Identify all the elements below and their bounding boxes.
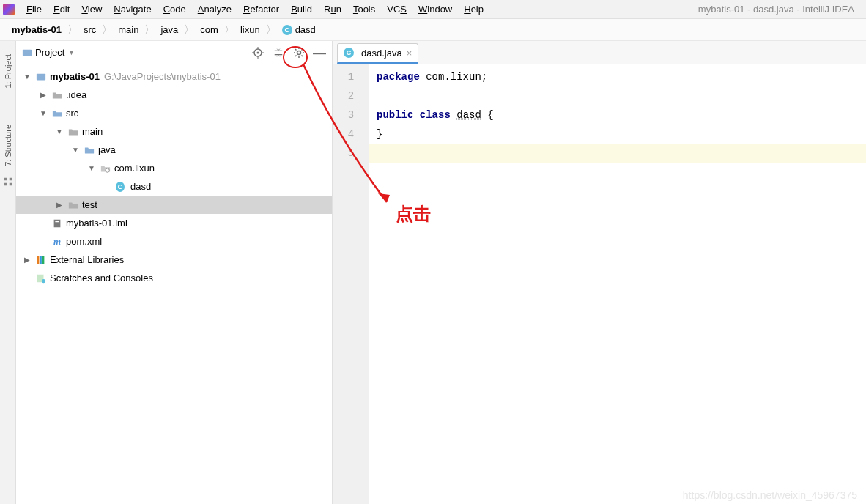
scratch-icon [35, 273, 47, 284]
tree-label: dasd [130, 181, 151, 192]
menu-tools[interactable]: Tools [347, 1, 381, 17]
side-tab-project[interactable]: 1: Project [2, 47, 14, 95]
tree-item-com-lixun[interactable]: ▼com.lixun [16, 159, 332, 177]
collapse-icon[interactable] [272, 46, 285, 59]
hide-icon[interactable]: — [313, 46, 326, 59]
tree-item-External-Libraries[interactable]: ▶External Libraries [16, 251, 332, 269]
project-scope-icon [22, 48, 32, 58]
menu-navigate[interactable]: Navigate [108, 1, 157, 17]
project-panel: Project ▼ — ▼mybatis-01G:\JavaProjects\m… [16, 41, 333, 504]
code-line[interactable]: } [377, 125, 859, 144]
tree-label: main [82, 126, 103, 137]
tree-label: java [98, 144, 116, 155]
breadcrumb-main[interactable]: main [114, 23, 143, 37]
code-line[interactable]: package com.lixun; [377, 67, 859, 86]
svg-line-18 [295, 49, 297, 51]
tree-arrow-icon[interactable]: ▼ [54, 127, 64, 136]
locate-icon[interactable] [251, 46, 264, 59]
folder-icon [67, 199, 79, 211]
code-line[interactable]: public class dasd { [377, 105, 859, 125]
tree-item-java[interactable]: ▼java [16, 141, 332, 159]
tree-arrow-icon[interactable]: ▶ [22, 256, 32, 264]
chevron-right-icon: 〉 [66, 23, 79, 37]
breadcrumb-lixun[interactable]: lixun [236, 23, 264, 37]
breadcrumb-mybatis-01[interactable]: mybatis-01 [7, 23, 66, 37]
tree-label: test [82, 199, 97, 210]
menu-view[interactable]: View [75, 1, 108, 17]
breadcrumb-src[interactable]: src [79, 23, 100, 37]
line-number: 1 [333, 67, 369, 86]
menu-help[interactable]: Help [458, 1, 489, 17]
svg-rect-28 [42, 256, 45, 264]
svg-rect-4 [23, 49, 32, 56]
line-gutter: 12345 [333, 64, 369, 504]
line-number: 2 [333, 86, 369, 105]
menu-build[interactable]: Build [285, 1, 318, 17]
tree-arrow-icon[interactable]: ▼ [86, 164, 97, 172]
side-tab-structure[interactable]: 7: Structure [2, 117, 14, 174]
menu-window[interactable]: Window [412, 1, 458, 17]
editor-tab-bar: C dasd.java × [333, 41, 866, 64]
tree-item-Scratches-and-Consoles[interactable]: Scratches and Consoles [16, 269, 332, 287]
svg-rect-24 [54, 219, 61, 227]
folder-icon [51, 89, 63, 101]
tree-item-mybatis-01-iml[interactable]: mybatis-01.iml [16, 214, 332, 232]
menu-code[interactable]: Code [158, 1, 192, 17]
svg-rect-22 [37, 73, 45, 80]
watermark: https://blog.csdn.net/weixin_45967375 [683, 489, 857, 501]
tree-label: pom.xml [66, 236, 102, 247]
svg-rect-0 [4, 178, 7, 181]
close-icon[interactable]: × [407, 48, 412, 59]
code-editor[interactable]: 12345 package com.lixun;public class das… [333, 64, 866, 504]
svg-line-20 [295, 55, 297, 56]
menu-edit[interactable]: Edit [48, 1, 75, 17]
tree-item-src[interactable]: ▼src [16, 104, 332, 122]
tree-label: mybatis-01.iml [66, 218, 127, 229]
tree-arrow-icon[interactable]: ▼ [70, 146, 81, 154]
svg-line-19 [302, 55, 303, 56]
tree-label: src [66, 108, 78, 119]
menu-analyze[interactable]: Analyze [192, 1, 237, 17]
tree-item-pom-xml[interactable]: mpom.xml [16, 232, 332, 251]
tree-arrow-icon[interactable]: ▶ [54, 201, 64, 209]
tree-arrow-icon[interactable]: ▶ [38, 91, 48, 99]
tree-path: G:\JavaProjects\mybatis-01 [104, 71, 221, 82]
gear-icon[interactable] [292, 46, 306, 59]
menu-run[interactable]: Run [318, 1, 347, 17]
svg-point-23 [106, 168, 109, 172]
project-panel-title[interactable]: Project ▼ [22, 47, 75, 58]
project-tree[interactable]: ▼mybatis-01G:\JavaProjects\mybatis-01▶.i… [16, 64, 332, 504]
tree-label: mybatis-01 [50, 71, 100, 82]
breadcrumb-com[interactable]: com [196, 23, 223, 37]
svg-rect-25 [55, 220, 59, 222]
breadcrumb-dasd[interactable]: Cdasd [278, 23, 320, 37]
menu-refactor[interactable]: Refactor [237, 1, 285, 17]
folder-src-icon [51, 108, 63, 119]
tree-item-test[interactable]: ▶test [16, 196, 332, 214]
tree-arrow-icon[interactable]: ▼ [38, 109, 48, 117]
menu-vcs[interactable]: VCS [381, 1, 412, 17]
folder-icon [67, 126, 79, 138]
chevron-right-icon: 〉 [182, 23, 196, 37]
tree-item-dasd[interactable]: Cdasd [16, 177, 332, 196]
line-number: 4 [333, 125, 369, 144]
chevron-right-icon: 〉 [223, 23, 236, 37]
editor-tab-dasd[interactable]: C dasd.java × [337, 43, 418, 64]
tree-item--idea[interactable]: ▶.idea [16, 86, 332, 104]
tree-item-main[interactable]: ▼main [16, 122, 332, 141]
tree-arrow-icon[interactable]: ▼ [22, 73, 32, 81]
tree-item-mybatis-01[interactable]: ▼mybatis-01G:\JavaProjects\mybatis-01 [16, 67, 332, 86]
breadcrumb: mybatis-01〉src〉main〉java〉com〉lixun〉Cdasd [0, 19, 866, 41]
chevron-right-icon: 〉 [143, 23, 156, 37]
breadcrumb-java[interactable]: java [156, 23, 182, 37]
tree-label: .idea [66, 89, 86, 100]
menu-file[interactable]: File [21, 1, 48, 17]
svg-line-21 [302, 49, 303, 51]
package-icon [100, 163, 111, 174]
code-line[interactable] [377, 144, 859, 163]
svg-point-6 [257, 51, 259, 53]
svg-rect-2 [4, 183, 7, 186]
code-content[interactable]: package com.lixun;public class dasd {} [369, 64, 866, 504]
code-line[interactable] [377, 86, 859, 105]
editor-tab-label: dasd.java [361, 48, 402, 59]
